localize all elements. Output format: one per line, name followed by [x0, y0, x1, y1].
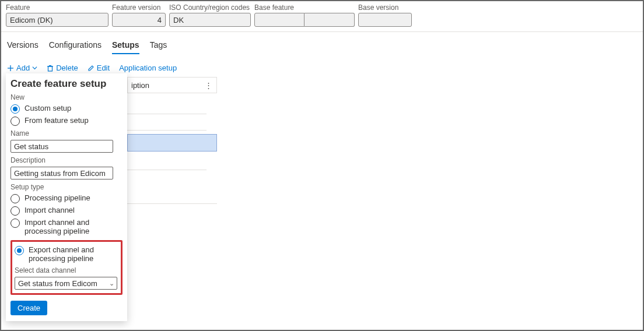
- iso-label: ISO Country/region codes: [169, 3, 251, 12]
- setup-type-label: Setup type: [10, 183, 123, 191]
- feature-version-value: 4: [158, 16, 162, 24]
- radio-icon: [10, 104, 20, 114]
- radio-export-channel-processing[interactable]: Export channel and processing pipeline: [15, 245, 118, 263]
- name-label: Name: [10, 129, 123, 138]
- table-row[interactable]: [127, 157, 206, 170]
- radio-export-proc-label: Export channel and processing pipeline: [29, 245, 118, 263]
- feature-version-group: Feature version 4: [112, 3, 166, 27]
- radio-import-channel-processing[interactable]: Import channel and processing pipeline: [10, 218, 123, 235]
- app-setup-button[interactable]: Application setup: [119, 64, 177, 72]
- radio-icon: [10, 206, 20, 216]
- radio-import-label: Import channel: [24, 206, 75, 214]
- grid-col-label: iption: [131, 81, 149, 90]
- select-channel-label: Select data channel: [15, 266, 118, 274]
- radio-custom-setup[interactable]: Custom setup: [10, 104, 123, 114]
- base-feature-input-2[interactable]: [304, 13, 355, 27]
- plus-icon: [7, 65, 14, 72]
- pencil-icon: [88, 65, 94, 72]
- radio-icon: [15, 246, 24, 255]
- base-version-input[interactable]: [358, 13, 412, 27]
- base-feature-input-1[interactable]: [254, 13, 304, 27]
- table-row[interactable]: [127, 118, 206, 131]
- tab-tags[interactable]: Tags: [150, 40, 167, 54]
- chevron-down-icon: [32, 65, 37, 71]
- name-value: Get status: [14, 142, 48, 151]
- highlighted-section: Export channel and processing pipeline S…: [10, 240, 123, 295]
- radio-import-channel[interactable]: Import channel: [10, 206, 123, 216]
- chevron-down-icon: ⌄: [109, 280, 114, 287]
- tab-setups[interactable]: Setups: [112, 40, 139, 54]
- description-value: Getting status from Edicom: [14, 169, 106, 178]
- add-label: Add: [16, 64, 30, 72]
- header-fields: Feature Edicom (DK) Feature version 4 IS…: [1, 1, 643, 32]
- edit-button[interactable]: Edit: [88, 64, 110, 72]
- create-label: Create: [18, 304, 40, 312]
- column-menu-icon[interactable]: ⋮: [205, 81, 213, 90]
- edit-label: Edit: [97, 64, 110, 72]
- table-row[interactable]: [127, 101, 206, 114]
- feature-group: Feature Edicom (DK): [6, 3, 108, 27]
- description-label: Description: [10, 156, 123, 164]
- base-version-label: Base version: [358, 3, 412, 12]
- panel-title: Create feature setup: [10, 78, 123, 90]
- delete-button[interactable]: Delete: [47, 64, 78, 72]
- radio-custom-label: Custom setup: [24, 104, 71, 112]
- tabs: Versions Configurations Setups Tags: [1, 32, 643, 54]
- new-label: New: [10, 93, 123, 101]
- feature-value: Edicom (DK): [10, 16, 53, 24]
- description-input[interactable]: Getting status from Edicom: [10, 167, 113, 179]
- base-version-group: Base version: [358, 3, 412, 27]
- trash-icon: [47, 65, 54, 72]
- iso-input[interactable]: DK: [169, 13, 251, 27]
- app-frame: Feature Edicom (DK) Feature version 4 IS…: [0, 0, 644, 331]
- feature-label: Feature: [6, 3, 108, 12]
- add-button[interactable]: Add: [7, 64, 37, 72]
- data-channel-value: Get status from Edicom: [18, 279, 97, 288]
- base-feature-group: Base feature: [254, 3, 355, 27]
- tab-versions[interactable]: Versions: [7, 40, 38, 54]
- iso-group: ISO Country/region codes DK: [169, 3, 251, 27]
- radio-icon: [10, 117, 20, 126]
- radio-processing-label: Processing pipeline: [24, 193, 90, 202]
- iso-value: DK: [173, 16, 184, 24]
- feature-version-label: Feature version: [112, 3, 166, 12]
- app-setup-label: Application setup: [119, 64, 177, 72]
- table-row-selected[interactable]: [127, 134, 217, 152]
- radio-icon: [10, 194, 20, 203]
- radio-icon: [10, 219, 20, 228]
- radio-from-feature-setup[interactable]: From feature setup: [10, 116, 123, 126]
- feature-version-input[interactable]: 4: [112, 13, 166, 27]
- grid-body: [127, 93, 217, 204]
- radio-feature-label: From feature setup: [24, 116, 89, 125]
- svg-rect-2: [48, 66, 52, 71]
- radio-processing-pipeline[interactable]: Processing pipeline: [10, 193, 123, 203]
- data-channel-select[interactable]: Get status from Edicom ⌄: [15, 277, 117, 290]
- delete-label: Delete: [56, 64, 78, 72]
- setup-grid: iption ⋮: [127, 77, 217, 204]
- create-button[interactable]: Create: [10, 301, 47, 315]
- create-feature-setup-panel: Create feature setup New Custom setup Fr…: [6, 73, 127, 321]
- radio-import-proc-label: Import channel and processing pipeline: [24, 218, 123, 235]
- base-feature-label: Base feature: [254, 3, 355, 12]
- name-input[interactable]: Get status: [10, 140, 113, 153]
- feature-input[interactable]: Edicom (DK): [6, 13, 108, 27]
- grid-header[interactable]: iption ⋮: [127, 77, 217, 93]
- tab-configurations[interactable]: Configurations: [49, 40, 102, 54]
